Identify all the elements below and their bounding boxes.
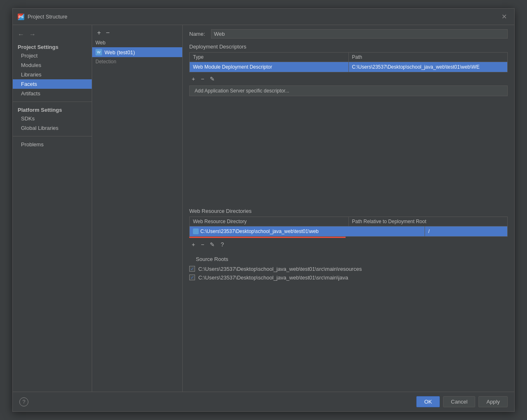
wrd-row-0[interactable]: C:\Users\23537\Desktop\school_java_web\t… <box>190 226 507 236</box>
footer-right: OK Cancel Apply <box>416 396 508 407</box>
edit-descriptor-btn[interactable]: ✎ <box>207 75 217 83</box>
source-root-0-checkbox[interactable] <box>189 266 195 272</box>
sidebar: ← → Project Settings Project Modules Lib… <box>13 25 92 392</box>
deployment-path-cell: C:\Users\23537\Desktop\school_java_web\t… <box>349 62 508 72</box>
deployment-type-cell: Web Module Deployment Descriptor <box>190 62 349 72</box>
center-section-label: Web <box>92 39 182 47</box>
name-row: Name: <box>183 25 514 42</box>
sidebar-divider-2 <box>13 136 92 136</box>
web-facet-icon: W <box>95 49 102 55</box>
source-root-1-path: C:\Users\23537\Desktop\school_java_web\t… <box>198 275 348 281</box>
wrd-dir-icon <box>193 228 199 234</box>
ok-button[interactable]: OK <box>416 396 440 407</box>
deployment-mini-toolbar: + − ✎ <box>183 72 514 85</box>
wrd-dir-column-header: Web Resource Directory <box>190 217 349 226</box>
cancel-button[interactable]: Cancel <box>443 396 475 407</box>
sidebar-divider <box>13 102 92 102</box>
main-content: Name: Deployment Descriptors Type Path W… <box>183 25 514 392</box>
title-bar-left: PS Project Structure <box>18 14 67 20</box>
help-wrd-button[interactable]: ? <box>218 240 226 249</box>
wrd-table: Web Resource Directory Path Relative to … <box>189 217 508 237</box>
sidebar-item-facets[interactable]: Facets <box>13 79 92 89</box>
project-structure-dialog: PS Project Structure ✕ ← → Project Setti… <box>12 8 515 412</box>
app-icon: PS <box>18 14 24 20</box>
add-app-server-descriptor-button[interactable]: Add Application Server specific descript… <box>189 85 508 96</box>
source-roots-header: Source Roots <box>189 254 508 265</box>
remove-descriptor-btn[interactable]: − <box>198 75 207 83</box>
deployment-row-0[interactable]: Web Module Deployment Descriptor C:\User… <box>190 62 507 72</box>
sidebar-item-project[interactable]: Project <box>13 51 92 60</box>
detection-label: Detection <box>92 57 182 66</box>
remove-facet-button[interactable]: − <box>104 28 111 37</box>
source-root-0-path: C:\Users\23537\Desktop\school_java_web\t… <box>198 266 362 272</box>
footer-left: ? <box>19 397 28 406</box>
title-bar: PS Project Structure ✕ <box>13 9 514 25</box>
sidebar-nav: ← → <box>13 28 92 42</box>
type-column-header: Type <box>190 53 349 62</box>
wrd-path-cell: / <box>425 226 507 236</box>
path-column-header: Path <box>349 53 508 62</box>
apply-button[interactable]: Apply <box>478 396 508 407</box>
center-item-web-test01[interactable]: W Web (test01) <box>92 47 182 57</box>
name-label: Name: <box>189 31 208 37</box>
source-root-0: C:\Users\23537\Desktop\school_java_web\t… <box>189 265 508 273</box>
center-toolbar: + − <box>92 25 182 39</box>
wrd-path-column-header: Path Relative to Deployment Root <box>349 217 508 226</box>
source-root-1: C:\Users\23537\Desktop\school_java_web\t… <box>189 273 508 282</box>
footer: ? OK Cancel Apply <box>13 392 514 411</box>
deployment-table-header: Type Path <box>190 53 507 62</box>
wrd-mini-toolbar: + − ✎ ? <box>183 238 514 251</box>
sidebar-item-global-libraries[interactable]: Global Libraries <box>13 123 92 133</box>
web-resource-section: Web Resource Directories Web Resource Di… <box>183 206 514 251</box>
wrd-table-header: Web Resource Directory Path Relative to … <box>190 217 507 226</box>
sidebar-item-artifacts[interactable]: Artifacts <box>13 89 92 98</box>
forward-button[interactable]: → <box>28 30 37 39</box>
sidebar-item-libraries[interactable]: Libraries <box>13 70 92 79</box>
web-resource-directories-header: Web Resource Directories <box>183 206 514 217</box>
name-input[interactable] <box>211 29 508 39</box>
sidebar-item-sdks[interactable]: SDKs <box>13 114 92 123</box>
dialog-title: Project Structure <box>28 14 67 20</box>
add-wrd-button[interactable]: + <box>189 240 197 249</box>
source-roots-section: Source Roots C:\Users\23537\Desktop\scho… <box>183 251 514 285</box>
center-panel: + − Web W Web (test01) Detection <box>92 25 183 392</box>
help-button[interactable]: ? <box>19 397 28 406</box>
sidebar-item-modules[interactable]: Modules <box>13 60 92 70</box>
add-descriptor-btn[interactable]: + <box>189 75 197 83</box>
project-settings-label: Project Settings <box>13 42 92 51</box>
sidebar-item-problems[interactable]: Problems <box>13 140 92 149</box>
add-facet-button[interactable]: + <box>95 28 102 37</box>
edit-wrd-button[interactable]: ✎ <box>207 240 217 249</box>
source-root-1-checkbox[interactable] <box>189 275 195 280</box>
wrd-dir-cell: C:\Users\23537\Desktop\school_java_web\t… <box>190 226 425 236</box>
deployment-descriptors-table: Type Path Web Module Deployment Descript… <box>189 52 508 72</box>
platform-settings-label: Platform Settings <box>13 105 92 114</box>
remove-wrd-button[interactable]: − <box>198 240 207 249</box>
dialog-body: ← → Project Settings Project Modules Lib… <box>13 25 514 392</box>
deployment-descriptors-header: Deployment Descriptors <box>183 42 514 52</box>
back-button[interactable]: ← <box>16 30 26 39</box>
close-button[interactable]: ✕ <box>499 12 509 21</box>
